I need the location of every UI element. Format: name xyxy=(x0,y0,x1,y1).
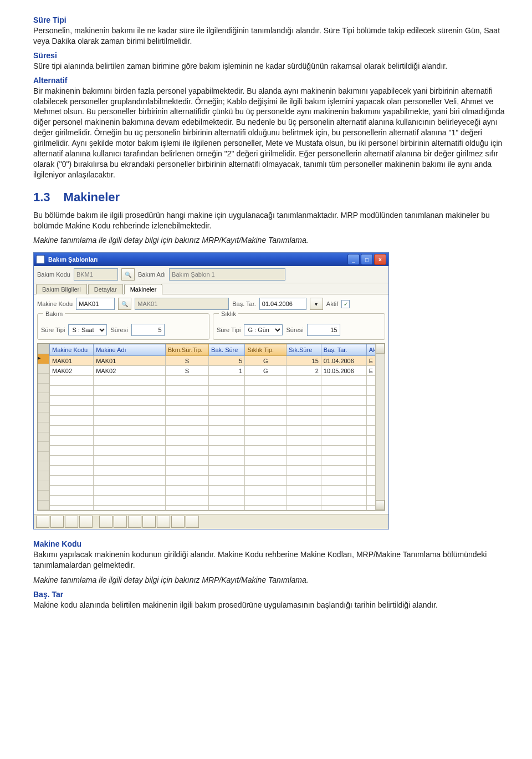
grid-cell[interactable] xyxy=(245,446,287,456)
bas-tar-datepicker-button[interactable]: ▾ xyxy=(310,298,323,310)
grid-cell[interactable]: S xyxy=(165,366,208,376)
bakim-kodu-field[interactable] xyxy=(74,268,118,281)
col-bas-tar[interactable]: Baş. Tar. xyxy=(321,344,366,356)
grid-cell[interactable] xyxy=(209,396,245,406)
nav-last-button[interactable] xyxy=(79,516,93,528)
grid-cell[interactable] xyxy=(165,456,208,466)
grid-cell[interactable] xyxy=(165,416,208,426)
table-row[interactable] xyxy=(50,476,376,486)
grid-cell[interactable]: E xyxy=(366,356,375,366)
grid-cell[interactable]: G xyxy=(245,356,287,366)
grid-cell[interactable] xyxy=(209,476,245,486)
grid-cell[interactable] xyxy=(165,376,208,386)
nav-next-button[interactable] xyxy=(65,516,78,528)
table-row[interactable] xyxy=(50,386,376,396)
table-row[interactable] xyxy=(50,416,376,426)
grid-cell[interactable]: MAK01 xyxy=(50,356,94,366)
grid-cell[interactable] xyxy=(245,486,287,496)
bakim-sure-tipi-select[interactable]: S : Saat xyxy=(68,324,107,335)
grid-cell[interactable] xyxy=(165,486,208,496)
grid-cell[interactable] xyxy=(245,386,287,396)
nav-prev-button[interactable] xyxy=(50,516,64,528)
col-bak-sure[interactable]: Bak. Süre xyxy=(209,344,245,356)
table-row[interactable] xyxy=(50,496,376,506)
grid-cell[interactable]: MAK01 xyxy=(94,356,166,366)
grid-cell[interactable] xyxy=(366,446,375,456)
grid-cell[interactable] xyxy=(366,496,375,506)
grid-cell[interactable] xyxy=(209,436,245,446)
table-row[interactable] xyxy=(50,406,376,416)
grid-cell[interactable] xyxy=(94,436,166,446)
scroll-up-button[interactable] xyxy=(376,344,385,354)
grid-cell[interactable]: E xyxy=(366,366,375,376)
grid-cell[interactable] xyxy=(94,396,166,406)
grid-cell[interactable] xyxy=(287,476,321,486)
grid-cell[interactable] xyxy=(287,466,321,476)
grid-cell[interactable]: 01.04.2006 xyxy=(321,356,366,366)
grid-cell[interactable] xyxy=(209,466,245,476)
grid-cell[interactable] xyxy=(50,436,94,446)
grid-cell[interactable] xyxy=(165,446,208,456)
grid-cell[interactable] xyxy=(321,396,366,406)
makine-kodu-field[interactable] xyxy=(76,298,115,310)
grid-cell[interactable] xyxy=(321,456,366,466)
grid-cell[interactable] xyxy=(209,376,245,386)
grid-cell[interactable] xyxy=(50,386,94,396)
grid-cell[interactable] xyxy=(287,396,321,406)
grid-cell[interactable] xyxy=(94,496,166,506)
grid-cell[interactable] xyxy=(209,406,245,416)
grid-cell[interactable] xyxy=(321,386,366,396)
grid-cell[interactable] xyxy=(165,476,208,486)
toolbar-button[interactable] xyxy=(157,516,170,528)
grid-cell[interactable] xyxy=(165,386,208,396)
grid-cell[interactable] xyxy=(94,426,166,436)
grid-cell[interactable]: 2 xyxy=(287,366,321,376)
grid-cell[interactable] xyxy=(209,486,245,496)
grid-cell[interactable] xyxy=(50,466,94,476)
grid-cell[interactable]: MAK02 xyxy=(94,366,166,376)
grid-cell[interactable] xyxy=(366,396,375,406)
grid-cell[interactable] xyxy=(321,486,366,496)
grid-cell[interactable]: 1 xyxy=(209,366,245,376)
grid-cell[interactable] xyxy=(321,446,366,456)
grid-cell[interactable] xyxy=(366,456,375,466)
grid-cell[interactable]: 5 xyxy=(209,356,245,366)
grid-cell[interactable] xyxy=(287,426,321,436)
grid-cell[interactable] xyxy=(245,456,287,466)
grid-cell[interactable] xyxy=(209,386,245,396)
grid-cell[interactable] xyxy=(321,476,366,486)
table-row[interactable] xyxy=(50,456,376,466)
table-row[interactable] xyxy=(50,466,376,476)
grid-cell[interactable] xyxy=(321,506,366,511)
grid-cell[interactable] xyxy=(165,466,208,476)
grid-cell[interactable] xyxy=(287,486,321,496)
grid-cell[interactable] xyxy=(94,456,166,466)
grid-cell[interactable] xyxy=(94,406,166,416)
grid-cell[interactable] xyxy=(50,376,94,386)
bakim-kodu-lookup-button[interactable]: 🔍 xyxy=(121,268,135,281)
grid-cell[interactable] xyxy=(50,486,94,496)
grid-cell[interactable] xyxy=(209,446,245,456)
grid-cell[interactable] xyxy=(366,436,375,446)
table-row[interactable] xyxy=(50,446,376,456)
siklik-sure-tipi-select[interactable]: G : Gün xyxy=(244,324,283,335)
tab-makineler[interactable]: Makineler xyxy=(124,284,163,294)
table-row[interactable]: MAK02MAK02S1G210.05.2006E xyxy=(50,366,376,376)
toolbar-button[interactable] xyxy=(186,516,199,528)
grid-cell[interactable] xyxy=(245,416,287,426)
grid-cell[interactable] xyxy=(321,426,366,436)
toolbar-button[interactable] xyxy=(128,516,141,528)
grid-cell[interactable] xyxy=(287,386,321,396)
grid-cell[interactable] xyxy=(94,386,166,396)
grid-cell[interactable] xyxy=(245,506,287,511)
grid-cell[interactable] xyxy=(165,496,208,506)
grid-cell[interactable] xyxy=(245,476,287,486)
nav-first-button[interactable] xyxy=(36,516,49,528)
grid-cell[interactable]: 10.05.2006 xyxy=(321,366,366,376)
grid-cell[interactable]: G xyxy=(245,366,287,376)
col-sik-sure[interactable]: Sık.Süre xyxy=(287,344,321,356)
grid-cell[interactable] xyxy=(287,416,321,426)
grid-row-indicator[interactable] xyxy=(38,364,49,374)
grid-cell[interactable] xyxy=(366,416,375,426)
bakim-suresi-field[interactable] xyxy=(131,324,165,336)
